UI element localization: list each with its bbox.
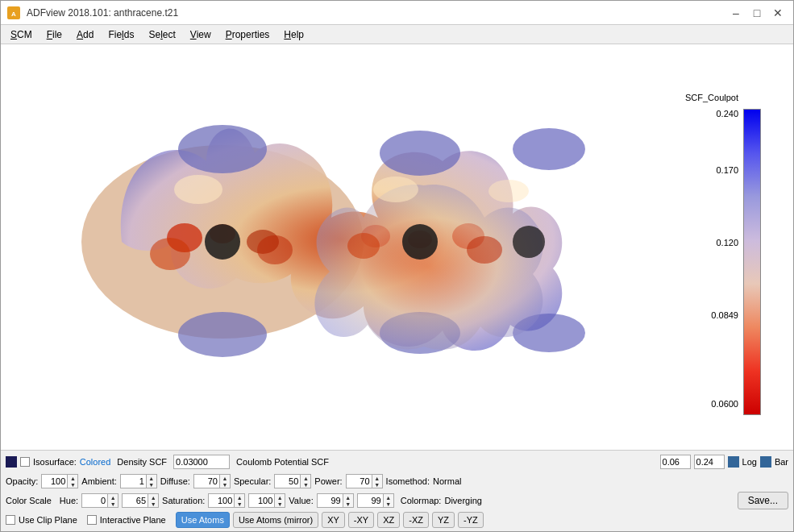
val1-arrows[interactable]: ▲ ▼ [343, 493, 354, 508]
sat2-input[interactable] [248, 493, 274, 508]
saturation-label: Saturation: [162, 496, 205, 505]
val2-input[interactable] [357, 493, 383, 508]
ambient-spinner[interactable]: ▲ ▼ [120, 474, 157, 488]
sat1-down[interactable]: ▼ [235, 501, 244, 507]
title-bar: A ADFview 2018.101: anthracene.t21 – □ ✕ [1, 1, 793, 25]
sat1-arrows[interactable]: ▲ ▼ [234, 493, 245, 508]
molecule-view[interactable] [1, 44, 662, 439]
opacity-input[interactable] [41, 474, 67, 488]
clip-plane-label: Use Clip Plane [19, 515, 77, 525]
hue1-arrows[interactable]: ▲ ▼ [107, 493, 118, 508]
yz-button[interactable]: YZ [432, 512, 455, 528]
menu-fields[interactable]: Fields [102, 27, 140, 42]
hue1-up[interactable]: ▲ [108, 494, 118, 501]
specular-down[interactable]: ▼ [301, 481, 310, 488]
colormap-value: Diverging [444, 496, 481, 505]
specular-input[interactable] [274, 474, 300, 488]
svg-point-16 [205, 224, 240, 260]
scale-label-max: 0.240 [716, 109, 738, 118]
svg-point-25 [467, 236, 502, 264]
menu-select[interactable]: Select [142, 27, 181, 42]
val2-spinner[interactable]: ▲ ▼ [357, 493, 394, 508]
close-button[interactable]: ✕ [769, 4, 787, 22]
xz-button[interactable]: XZ [377, 512, 400, 528]
minimize-button[interactable]: – [727, 4, 745, 22]
val1-down[interactable]: ▼ [343, 501, 353, 507]
sat2-arrows[interactable]: ▲ ▼ [274, 493, 285, 508]
hue1-down[interactable]: ▼ [108, 501, 118, 507]
main-viewport[interactable]: SCF_Coulpot 0.240 0.170 0.120 0.0849 0.0… [1, 44, 793, 450]
min-val-input[interactable] [660, 455, 691, 469]
specular-label: Specular: [234, 476, 271, 486]
window-controls: – □ ✕ [727, 4, 787, 22]
diffuse-up[interactable]: ▲ [220, 475, 230, 481]
sat1-input[interactable] [208, 493, 234, 508]
hue1-spinner[interactable]: ▲ ▼ [81, 493, 118, 508]
sat2-down[interactable]: ▼ [275, 501, 285, 507]
menu-properties[interactable]: Properties [219, 27, 276, 42]
power-arrows[interactable]: ▲ ▼ [372, 474, 383, 488]
power-down[interactable]: ▼ [372, 481, 382, 488]
xy-button[interactable]: XY [322, 512, 345, 528]
power-input[interactable] [346, 474, 372, 488]
clip-plane-checkbox[interactable] [6, 515, 15, 525]
menu-help[interactable]: Help [277, 27, 310, 42]
control-row-4: Use Clip Plane Interactive Plane Use Ato… [6, 511, 788, 529]
opacity-up[interactable]: ▲ [68, 475, 77, 481]
hue-label: Hue: [60, 496, 78, 505]
specular-spinner[interactable]: ▲ ▼ [274, 474, 311, 488]
ambient-down[interactable]: ▼ [147, 481, 156, 488]
sat2-spinner[interactable]: ▲ ▼ [248, 493, 285, 508]
svg-point-24 [347, 233, 380, 259]
opacity-spinner[interactable]: ▲ ▼ [41, 474, 78, 488]
val1-up[interactable]: ▲ [343, 494, 353, 501]
sat1-up[interactable]: ▲ [235, 494, 244, 501]
val2-up[interactable]: ▲ [384, 494, 393, 501]
hue2-up[interactable]: ▲ [148, 494, 158, 501]
opacity-down[interactable]: ▼ [68, 481, 77, 488]
diffuse-input[interactable] [193, 474, 219, 488]
specular-arrows[interactable]: ▲ ▼ [300, 474, 311, 488]
color-swatch[interactable] [6, 456, 17, 468]
iso-value-input[interactable] [173, 455, 230, 469]
interactive-plane-checkbox[interactable] [87, 515, 97, 525]
diffuse-down[interactable]: ▼ [220, 481, 230, 488]
use-atoms-mirror-button[interactable]: Use Atoms (mirror) [233, 512, 318, 528]
neg-yz-button[interactable]: -YZ [458, 512, 484, 528]
power-spinner[interactable]: ▲ ▼ [346, 474, 383, 488]
diffuse-spinner[interactable]: ▲ ▼ [193, 474, 231, 488]
menu-scm[interactable]: SCM [4, 27, 39, 42]
power-up[interactable]: ▲ [372, 475, 382, 481]
neg-xz-button[interactable]: -XZ [403, 512, 429, 528]
val2-arrows[interactable]: ▲ ▼ [383, 493, 394, 508]
hue2-arrows[interactable]: ▲ ▼ [148, 493, 159, 508]
max-val-input[interactable] [694, 455, 725, 469]
menu-view[interactable]: View [184, 27, 218, 42]
hue2-down[interactable]: ▼ [148, 501, 158, 507]
val1-input[interactable] [317, 493, 343, 508]
maximize-button[interactable]: □ [748, 4, 766, 22]
diffuse-arrows[interactable]: ▲ ▼ [219, 474, 231, 488]
save-button[interactable]: Save... [738, 492, 788, 509]
sat1-spinner[interactable]: ▲ ▼ [208, 493, 245, 508]
app-icon: A [7, 6, 20, 19]
use-atoms-button[interactable]: Use Atoms [176, 512, 230, 528]
hue2-input[interactable] [122, 493, 148, 508]
sat2-up[interactable]: ▲ [275, 494, 285, 501]
menu-file[interactable]: File [40, 27, 69, 42]
neg-xy-button[interactable]: -XY [348, 512, 374, 528]
isosurface-checkbox[interactable] [20, 457, 30, 467]
ambient-up[interactable]: ▲ [147, 475, 156, 481]
ambient-arrows[interactable]: ▲ ▼ [146, 474, 157, 488]
val2-down[interactable]: ▼ [384, 501, 393, 507]
hue2-spinner[interactable]: ▲ ▼ [122, 493, 159, 508]
opacity-arrows[interactable]: ▲ ▼ [67, 474, 78, 488]
svg-point-18 [513, 226, 545, 258]
opacity-label: Opacity: [6, 476, 38, 486]
specular-up[interactable]: ▲ [301, 475, 310, 481]
ambient-input[interactable] [120, 474, 146, 488]
scale-label-3: 0.0849 [711, 310, 738, 320]
val1-spinner[interactable]: ▲ ▼ [317, 493, 354, 508]
menu-add[interactable]: Add [70, 27, 100, 42]
hue1-input[interactable] [81, 493, 107, 508]
